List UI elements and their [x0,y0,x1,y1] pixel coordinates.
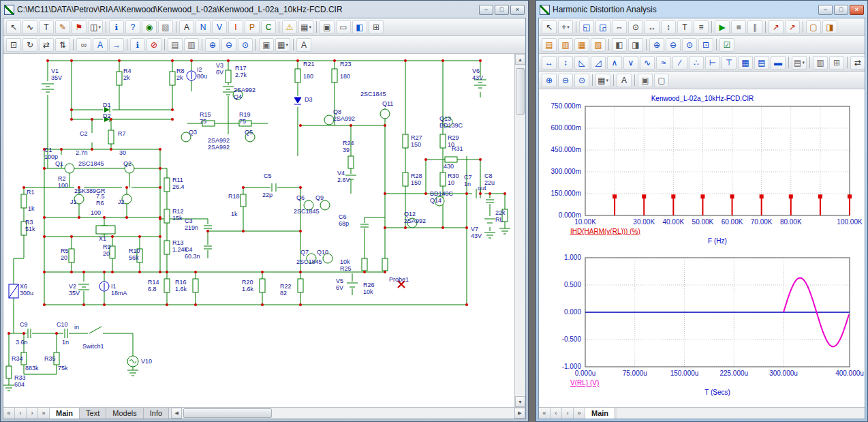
link-mode-icon[interactable]: ◉ [142,20,157,34]
component-label-C10_val[interactable]: 1n [62,339,69,346]
component-label-R15[interactable]: R1575 [200,111,211,125]
attribute-text-toggle-icon[interactable]: A [179,20,194,34]
component-label-V3[interactable]: V36V [216,62,223,76]
component-label-C10[interactable]: C10 [57,321,68,328]
no-connect-icon[interactable]: ⊘ [146,38,161,52]
probe-voltage-icon[interactable]: ↗ [769,20,784,34]
zoom-out-icon[interactable]: ⊖ [558,74,573,87]
run-icon[interactable]: ▶ [715,20,730,34]
copy-image-icon[interactable]: ▣ [638,74,653,87]
scroll-left-icon[interactable]: ◀ [171,408,182,419]
component-mode-icon[interactable]: ◫▾ [88,20,103,34]
analysis-titlebar[interactable]: Harmonic Distortion Analysis –□× [538,3,865,18]
component-label-RL[interactable]: 22kRL [495,209,506,223]
customize-icon[interactable]: ⊞ [369,20,384,34]
panel-toggle-icon[interactable]: ◧ [612,38,627,52]
component-label-Q6[interactable]: Q6 [296,194,305,201]
copy-page-icon[interactable]: ▢ [654,74,669,87]
component-label-R9[interactable]: R920 [103,243,111,257]
component-label-R21_val[interactable]: 180 [303,73,313,80]
component-label-Q11[interactable]: Q11 [382,100,393,107]
minimize-button[interactable]: – [818,5,833,15]
component-label-R11[interactable]: R1126.4 [172,177,185,190]
flip-y-icon[interactable]: ⇅ [55,38,70,52]
first-page-icon[interactable]: « [539,408,551,419]
zoom-out-icon[interactable]: ⊖ [666,38,681,52]
minor-grid-icon[interactable]: ▤ [754,56,769,70]
scroll-up-icon[interactable]: ▲ [515,54,525,65]
component-label-J2[interactable]: J2 [118,198,125,205]
vscroll-thumb[interactable] [516,68,525,115]
component-label-Q9[interactable]: Q9 [315,194,324,201]
graphics-mode-icon[interactable]: ✎ [55,20,70,34]
node-voltages-toggle-icon[interactable]: V [212,20,227,34]
title-block-toggle-icon[interactable]: ▭ [336,20,351,34]
first-page-icon[interactable]: « [3,408,15,419]
zoom-out-icon[interactable]: ⊖ [221,38,236,52]
component-label-X6[interactable]: X6300u [20,283,33,297]
tab-text[interactable]: Text [80,408,106,419]
component-label-D3[interactable]: D3 [305,96,313,103]
component-label-R6[interactable]: 7.5R6 [96,193,105,207]
component-label-V4[interactable]: V42.6V [337,170,350,183]
split-window-icon[interactable]: ◧ [352,20,367,34]
component-label-in[interactable]: in [74,324,79,331]
select-tool-icon[interactable]: ↖ [6,20,21,34]
harmonic-distortion-chart[interactable]: Kenwood_L-02a_10kHz-FCD.CIR750.000m600.0… [539,93,865,250]
plot-page-1-icon[interactable]: ▥ [558,38,573,52]
text-mode-icon[interactable]: T [39,20,54,34]
schematic-titlebar[interactable]: C:\MC11\DATA\Petrov\RIAA\Kenwood\Kenwood… [3,3,526,18]
component-label-R8[interactable]: R82k [176,67,185,81]
help-mode-icon[interactable]: ? [125,20,140,34]
next-page-icon[interactable]: › [562,408,574,419]
paste-from-clipboard-icon[interactable]: ▥ [184,38,199,52]
component-label-Probe1[interactable]: Probe1 [389,276,409,283]
component-label-V10[interactable]: V10 [141,358,152,365]
component-label-R34[interactable]: R34 [12,355,23,362]
conditions-toggle-icon[interactable]: C [261,20,276,34]
component-label-C1[interactable]: C1100p [44,147,58,160]
font-icon[interactable]: A [296,38,311,52]
plot-page-2-icon[interactable]: ▦ [574,38,589,52]
pause-icon[interactable]: ∥ [747,20,762,34]
component-label-Q10[interactable]: Q10 [317,249,328,256]
peak-marker-icon[interactable]: ∧ [607,56,622,70]
wire-mode-icon[interactable]: ∿ [22,20,37,34]
find-text-icon[interactable]: A [93,38,108,52]
tab-info[interactable]: Info [144,408,169,419]
component-label-I1[interactable]: I118mA [111,283,127,297]
component-label-Q12[interactable]: Q122SA992 [404,211,426,224]
find-part-icon[interactable]: ∞ [76,38,91,52]
border-toggle-icon[interactable]: ▣ [320,20,335,34]
node-numbers-toggle-icon[interactable]: N [196,20,211,34]
tab-main[interactable]: Main [585,408,615,419]
component-label-R5[interactable]: R520 [61,247,69,261]
cursor-panel-toggle-icon[interactable]: ◨ [628,38,643,52]
animate-options-icon[interactable]: ▢ [806,20,821,34]
copy-to-clipboard-icon[interactable]: ▤▾ [792,56,807,70]
component-label-V6[interactable]: V643V [472,67,483,81]
point-tag-icon[interactable]: ⊙ [628,20,643,34]
component-label-R35[interactable]: R35 [44,355,56,362]
fit-height-icon[interactable]: ↕ [558,56,573,70]
tab-main[interactable]: Main [50,408,80,419]
component-label-Q2[interactable]: Q2 [123,160,131,167]
output-waveform-chart[interactable]: 1.0000.5000.000-0.500-1.0000.000u75.000u… [539,250,865,404]
properties-icon[interactable]: ≡ [694,20,709,34]
component-label-R6_val[interactable]: 100 [91,209,101,216]
component-label-Q11_type[interactable]: 2SC1845 [360,91,386,97]
grid-toggle-icon[interactable]: ▦▾ [298,20,313,34]
plot-page-3-icon[interactable]: ▧ [591,38,606,52]
last-page-icon[interactable]: » [574,408,585,419]
legend-vrl[interactable]: V(RL) (V) [570,379,599,387]
component-label-R34_val[interactable]: 883k [25,365,39,372]
zoom-100-icon[interactable]: ⊙ [238,38,253,52]
component-label-C6[interactable]: C668p [339,213,349,227]
scroll-right-icon[interactable]: ▶ [514,408,525,419]
hscroll-thumb[interactable] [183,408,272,418]
tab-models[interactable]: Models [106,408,143,419]
component-label-R16[interactable]: R161.6k [175,279,187,292]
info-mode-icon[interactable]: ℹ [109,20,124,34]
flag-mode-icon[interactable]: ⚑ [72,20,87,34]
component-label-Q6Q9_type[interactable]: 2SC1845 [294,208,320,215]
